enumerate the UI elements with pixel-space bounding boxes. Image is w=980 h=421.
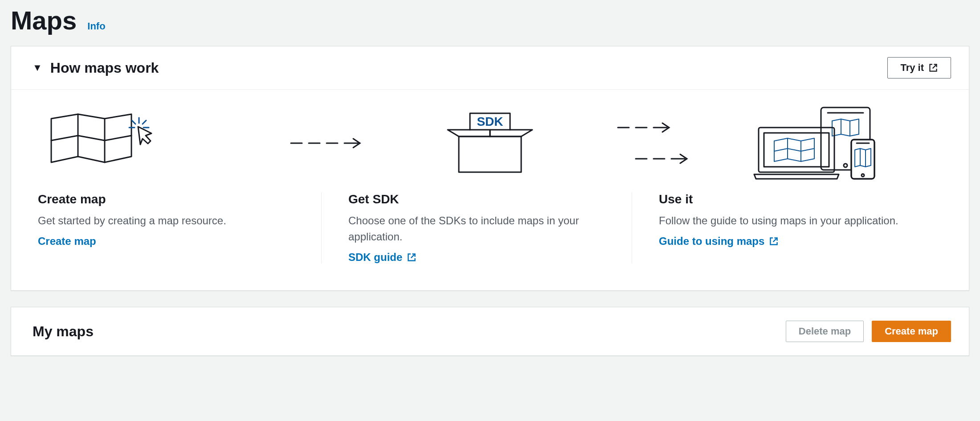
step-title: Get SDK (348, 192, 605, 206)
step-title: Use it (659, 192, 915, 206)
map-cursor-icon (42, 105, 158, 181)
how-maps-work-title: How maps work (50, 60, 159, 76)
step-icon-create-map (42, 105, 284, 181)
guide-using-maps-link[interactable]: Guide to using maps (659, 235, 779, 248)
guide-using-maps-link-label: Guide to using maps (659, 235, 764, 248)
svg-line-3 (132, 120, 135, 124)
collapse-caret-icon[interactable]: ▼ (33, 62, 42, 74)
external-link-icon (407, 252, 416, 262)
my-maps-actions: Delete map Create map (786, 321, 951, 342)
my-maps-header: My maps Delete map Create map (11, 307, 969, 355)
page-title: Maps (11, 5, 77, 35)
create-map-button[interactable]: Create map (872, 321, 951, 342)
delete-map-label: Delete map (799, 326, 851, 337)
create-map-label: Create map (885, 326, 938, 337)
sdk-guide-link-label: SDK guide (348, 251, 402, 264)
steps-text-row: Create map Get started by creating a map… (38, 192, 942, 264)
step-create-map: Create map Get started by creating a map… (38, 192, 322, 264)
my-maps-panel: My maps Delete map Create map (11, 307, 969, 356)
external-link-icon (928, 63, 938, 73)
panel-header-left: ▼ How maps work (33, 60, 159, 76)
step-desc: Get started by creating a map resource. (38, 213, 294, 229)
info-link[interactable]: Info (87, 21, 105, 32)
step-use-it: Use it Follow the guide to using maps in… (632, 192, 942, 264)
step-desc: Follow the guide to using maps in your a… (659, 213, 915, 229)
create-map-link-label: Create map (38, 235, 96, 248)
svg-line-4 (143, 120, 146, 124)
step-get-sdk: Get SDK Choose one of the SDKs to includ… (322, 192, 632, 264)
try-it-label: Try it (900, 62, 924, 74)
page-header: Maps Info (11, 0, 969, 46)
dashed-arrow-icon (289, 136, 364, 150)
step-desc: Choose one of the SDKs to include maps i… (348, 213, 605, 245)
how-maps-work-panel: ▼ How maps work Try it (11, 46, 969, 291)
create-map-link[interactable]: Create map (38, 235, 96, 248)
how-maps-work-header: ▼ How maps work Try it (11, 46, 969, 90)
sdk-box-label: SDK (477, 115, 503, 128)
try-it-button[interactable]: Try it (887, 57, 951, 78)
delete-map-button[interactable]: Delete map (786, 321, 864, 342)
dashed-arrow-icon (616, 152, 691, 165)
external-link-icon (769, 236, 779, 246)
svg-point-14 (844, 164, 847, 167)
sdk-box-icon: SDK (441, 105, 539, 181)
how-maps-work-body: SDK (11, 90, 969, 290)
step-title: Create map (38, 192, 294, 206)
sdk-guide-link[interactable]: SDK guide (348, 251, 416, 264)
dashed-arrow-icon (616, 121, 691, 134)
steps-icons-row: SDK (38, 103, 942, 192)
step-icon-use-it (696, 103, 938, 183)
devices-icon (750, 103, 883, 183)
arrow-1 (284, 136, 369, 150)
step-icon-get-sdk: SDK (369, 105, 611, 181)
arrow-2 (611, 121, 696, 165)
my-maps-title: My maps (33, 323, 94, 340)
